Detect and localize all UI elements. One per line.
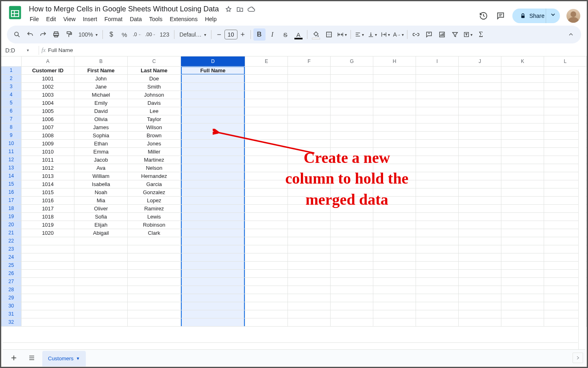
cell-E12[interactable] <box>245 156 288 164</box>
cell-A2[interactable]: 1001 <box>21 74 74 82</box>
document-title[interactable]: How to Merge Cells in Google Sheets With… <box>26 4 221 14</box>
cell-F24[interactable] <box>288 253 331 261</box>
cell-K18[interactable] <box>501 204 544 212</box>
cell-K15[interactable] <box>501 180 544 188</box>
cell-C19[interactable]: Lewis <box>128 212 181 221</box>
row-header-6[interactable]: 6 <box>1 107 21 115</box>
cell-G8[interactable] <box>331 123 373 131</box>
cell-J2[interactable] <box>459 74 501 82</box>
cell-C31[interactable] <box>128 310 181 318</box>
cell-E15[interactable] <box>245 180 288 188</box>
cell-E23[interactable] <box>245 245 288 253</box>
cell-D16[interactable] <box>181 188 245 196</box>
cell-E8[interactable] <box>245 123 288 131</box>
cell-A17[interactable]: 1016 <box>21 196 74 204</box>
cell-H17[interactable] <box>373 196 416 204</box>
cell-B7[interactable]: Olivia <box>74 115 128 123</box>
cell-G23[interactable] <box>331 245 373 253</box>
cell-J3[interactable] <box>459 82 501 91</box>
cell-F13[interactable] <box>288 164 331 172</box>
row-header-13[interactable]: 13 <box>1 164 21 172</box>
cell-F19[interactable] <box>288 212 331 221</box>
print-icon[interactable] <box>50 28 62 41</box>
cell-G3[interactable] <box>331 82 373 91</box>
cell-J14[interactable] <box>459 172 501 180</box>
cell-I15[interactable] <box>416 180 459 188</box>
cell-I7[interactable] <box>416 115 459 123</box>
cell-B1[interactable]: First Name <box>74 66 128 74</box>
cell-F15[interactable] <box>288 180 331 188</box>
cell-I31[interactable] <box>416 310 459 318</box>
cell-C16[interactable]: Gonzalez <box>128 188 181 196</box>
cell-E29[interactable] <box>245 294 288 302</box>
cell-H1[interactable] <box>373 66 416 74</box>
cell-K32[interactable] <box>501 318 544 326</box>
row-header-10[interactable]: 10 <box>1 139 21 147</box>
cell-J7[interactable] <box>459 115 501 123</box>
cell-A18[interactable]: 1017 <box>21 204 74 212</box>
row-header-14[interactable]: 14 <box>1 172 21 180</box>
horizontal-scrollbar[interactable] <box>2 342 578 350</box>
cell-F26[interactable] <box>288 269 331 277</box>
cell-F31[interactable] <box>288 310 331 318</box>
column-header-K[interactable]: K <box>501 56 544 66</box>
insert-link-icon[interactable] <box>410 28 422 41</box>
cell-J6[interactable] <box>459 107 501 115</box>
cell-C20[interactable]: Robinson <box>128 221 181 229</box>
cell-I30[interactable] <box>416 302 459 310</box>
menu-help[interactable]: Help <box>202 14 220 24</box>
cell-J16[interactable] <box>459 188 501 196</box>
cell-F10[interactable] <box>288 139 331 147</box>
menu-data[interactable]: Data <box>126 14 145 24</box>
cell-F32[interactable] <box>288 318 331 326</box>
cell-E7[interactable] <box>245 115 288 123</box>
cell-K5[interactable] <box>501 99 544 107</box>
cell-A10[interactable]: 1009 <box>21 139 74 147</box>
sheet-tab-customers[interactable]: Customers▼ <box>42 351 86 366</box>
cell-J18[interactable] <box>459 204 501 212</box>
cell-J28[interactable] <box>459 286 501 294</box>
cell-G13[interactable] <box>331 164 373 172</box>
cell-D24[interactable] <box>181 253 245 261</box>
cell-C29[interactable] <box>128 294 181 302</box>
cell-G6[interactable] <box>331 107 373 115</box>
bold-button[interactable]: B <box>253 28 266 41</box>
cell-K14[interactable] <box>501 172 544 180</box>
cell-K16[interactable] <box>501 188 544 196</box>
cell-B14[interactable]: William <box>74 172 128 180</box>
cell-J10[interactable] <box>459 139 501 147</box>
cell-F25[interactable] <box>288 261 331 269</box>
cell-B30[interactable] <box>74 302 128 310</box>
cell-I8[interactable] <box>416 123 459 131</box>
cell-D4[interactable] <box>181 91 245 99</box>
cell-G5[interactable] <box>331 99 373 107</box>
cell-F21[interactable] <box>288 229 331 237</box>
row-header-11[interactable]: 11 <box>1 147 21 156</box>
select-all-cell[interactable] <box>1 56 21 66</box>
italic-button[interactable]: I <box>266 28 279 41</box>
cell-H5[interactable] <box>373 99 416 107</box>
cell-A23[interactable] <box>21 245 74 253</box>
cell-H12[interactable] <box>373 156 416 164</box>
cell-H29[interactable] <box>373 294 416 302</box>
cell-J29[interactable] <box>459 294 501 302</box>
vertical-align-button[interactable] <box>366 28 379 41</box>
row-header-8[interactable]: 8 <box>1 123 21 131</box>
cell-J11[interactable] <box>459 147 501 156</box>
cell-E22[interactable] <box>245 237 288 245</box>
cell-B16[interactable]: Noah <box>74 188 128 196</box>
row-header-25[interactable]: 25 <box>1 261 21 269</box>
cell-G19[interactable] <box>331 212 373 221</box>
cell-B13[interactable]: Ava <box>74 164 128 172</box>
menu-view[interactable]: View <box>60 14 79 24</box>
column-header-F[interactable]: F <box>288 56 331 66</box>
cell-F8[interactable] <box>288 123 331 131</box>
move-icon[interactable] <box>236 5 244 13</box>
row-header-22[interactable]: 22 <box>1 237 21 245</box>
cell-A20[interactable]: 1019 <box>21 221 74 229</box>
cell-I10[interactable] <box>416 139 459 147</box>
cell-C27[interactable] <box>128 277 181 286</box>
cell-H20[interactable] <box>373 221 416 229</box>
cell-D13[interactable] <box>181 164 245 172</box>
account-avatar[interactable] <box>566 9 580 23</box>
